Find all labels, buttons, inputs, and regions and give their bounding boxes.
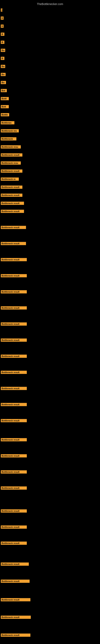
bar-item-46: Bottleneck result [1,542,27,546]
bar-item-29: Bottleneck result [1,258,27,262]
bar-item-24: Bottleneck result [1,194,22,198]
bar-item-27: Bottleneck result [1,226,26,230]
bar-label-18: Bottleneck resu [1,145,21,148]
bar-item-13: Bott [1,105,9,109]
bar-item-14: Bottle [1,113,9,117]
bar-label-7: B [1,57,4,60]
bar-item-42: Bottleneck result [1,470,27,474]
bar-label-40: Bottleneck result [1,438,27,441]
bar-item-18: Bottleneck resu [1,145,21,149]
bar-item-45: Bottleneck result [1,526,27,530]
bar-item-51: Bottleneck result [1,634,30,638]
bar-label-46: Bottleneck result [1,542,27,545]
bar-label-22: Bottleneck re [1,178,19,181]
bar-label-9: Bo [1,73,6,76]
bar-label-35: Bottleneck result [1,354,27,358]
bar-label-36: Bottleneck result [1,371,27,374]
bar-label-37: Bottleneck result [1,387,27,390]
bar-item-47: Bottleneck result [1,562,29,566]
bar-item-50: Bottleneck result [1,616,31,620]
bar-item-19: Bottleneck result [1,153,22,158]
bar-label-28: Bottleneck result [1,242,26,245]
bar-item-17: Bottleneck [1,137,16,141]
bar-item-33: Bottleneck result [1,322,27,326]
bar-item-25: Bottleneck result [1,202,24,206]
bar-label-13: Bott [1,105,9,108]
bar-label-3: E [1,24,3,28]
bar-label-6: Bo [1,49,5,52]
bar-label-20: Bottleneck resu [1,162,21,164]
bar-label-16: Bottleneck res [1,129,19,132]
bar-label-50: Bottleneck result [1,616,31,619]
bar-label-25: Bottleneck result [1,202,24,205]
bar-label-2: E [1,16,3,20]
bar-label-17: Bottleneck [1,137,16,140]
bar-item-38: Bottleneck result [1,403,27,407]
bar-item-4: B [1,32,4,37]
bar-item-3: E [1,24,3,28]
bar-label-47: Bottleneck result [1,562,29,566]
bar-item-40: Bottleneck result [1,438,27,442]
bar-label-19: Bottleneck result [1,153,22,156]
bar-item-1: | [1,8,2,12]
bar-item-9: Bo [1,73,6,77]
bar-item-41: Bottleneck result [1,454,27,458]
bar-item-48: Bottleneck result [1,580,30,584]
bar-item-26: Bottleneck result [1,210,24,214]
bar-label-48: Bottleneck result [1,580,30,583]
bar-item-31: Bottleneck result [1,290,27,294]
bar-label-23: Bottleneck result [1,186,22,189]
bar-item-15: Bottlenec [1,121,14,125]
bar-label-26: Bottleneck result [1,210,24,213]
bar-label-12: Bottl [1,97,9,100]
bar-item-28: Bottleneck result [1,242,26,246]
bar-item-11: Bot [1,89,7,93]
bar-label-11: Bot [1,89,7,92]
bar-item-30: Bottleneck result [1,274,27,278]
bar-label-8: Bo [1,65,5,68]
bar-label-32: Bottleneck result [1,306,27,310]
bar-item-39: Bottleneck result [1,419,27,423]
bar-item-10: Bo [1,81,6,85]
bar-item-22: Bottleneck re [1,178,19,182]
bar-item-36: Bottleneck result [1,371,27,375]
bar-label-43: Bottleneck result [1,486,27,490]
bar-item-49: Bottleneck result [1,598,30,602]
bar-label-21: Bottleneck result [1,170,22,173]
bar-item-35: Bottleneck result [1,354,27,359]
bar-label-42: Bottleneck result [1,470,27,474]
bar-item-34: Bottleneck result [1,338,27,342]
bar-label-1: | [1,8,2,12]
bar-label-49: Bottleneck result [1,598,30,601]
bar-label-29: Bottleneck result [1,258,27,261]
bar-item-43: Bottleneck result [1,486,27,490]
bar-label-24: Bottleneck result [1,194,22,197]
bar-label-14: Bottle [1,113,9,116]
bar-item-21: Bottleneck result [1,170,22,174]
bar-label-44: Bottleneck result [1,509,27,512]
bar-label-4: B [1,32,4,36]
bar-item-12: Bottl [1,97,9,101]
bar-label-38: Bottleneck result [1,403,27,406]
bar-label-15: Bottlenec [1,121,14,124]
bar-item-20: Bottleneck resu [1,162,21,166]
bar-item-6: Bo [1,49,5,53]
bar-label-10: Bo [1,81,6,84]
bar-item-16: Bottleneck res [1,129,19,133]
bar-item-8: Bo [1,65,5,69]
bar-item-23: Bottleneck result [1,186,22,190]
bar-label-27: Bottleneck result [1,226,26,229]
bar-item-32: Bottleneck result [1,306,27,310]
bar-item-5: B [1,41,4,45]
bar-label-30: Bottleneck result [1,274,27,277]
bar-label-45: Bottleneck result [1,526,27,529]
bar-label-31: Bottleneck result [1,290,27,294]
bar-item-37: Bottleneck result [1,387,27,391]
bar-label-33: Bottleneck result [1,322,27,326]
bar-item-2: E [1,16,3,20]
bar-item-44: Bottleneck result [1,509,27,514]
bar-label-5: B [1,41,4,44]
bar-label-51: Bottleneck result [1,634,30,637]
bar-item-7: B [1,57,4,61]
bar-label-39: Bottleneck result [1,419,27,422]
